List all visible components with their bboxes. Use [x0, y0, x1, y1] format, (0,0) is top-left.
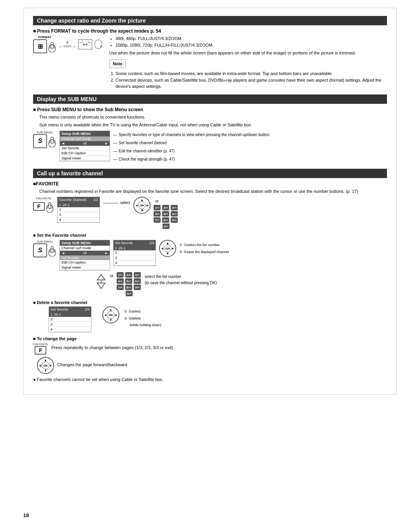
num-btn-6[interactable]: 6ch — [171, 211, 178, 217]
bottom-note-text: ● Favorite channels cannot be set when u… — [33, 377, 163, 382]
select-arrow: ———— select — [103, 201, 130, 205]
page-container: Change aspect ratio and Zoom the picture… — [23, 8, 397, 395]
ok-btn-change-page[interactable]: ◄► ▲▼ OK — [37, 357, 54, 374]
del-fav-row-1: 1 26-1 — [49, 312, 91, 317]
del-fav-row-3: 3 — [49, 322, 91, 327]
num-btn-8[interactable]: 8ch — [162, 217, 169, 223]
set-fav-menu-row-edit: Edit CH caption — [60, 260, 110, 265]
hand-icon-sub — [48, 135, 56, 147]
sf-btn-7[interactable]: 7ch — [117, 285, 124, 290]
menu-row-signal: Signal meter — [60, 156, 110, 161]
ann-line-3: — Edit the channel identifier (p. 47) — [113, 148, 270, 155]
ok-circle-set-fav[interactable]: ◄► ▲▼ OK — [159, 240, 176, 257]
svg-rect-13 — [51, 246, 53, 253]
del-fav-header: Set favorite 1/3 — [49, 307, 91, 312]
set-fav-row: SUB MENU S Setup SUB MENU Channe — [33, 240, 387, 271]
ok-btn-set-fav[interactable]: ◄► ▲▼ OK — [159, 240, 176, 257]
del-fav-steps: ① ①select ② ②delete (while holding down) — [124, 308, 161, 328]
ann-line-2: — Set favorite channel (below) — [113, 140, 270, 147]
svg-marker-16 — [97, 274, 105, 280]
ok-btn-del-fav[interactable]: ◄► ▲▼ OK — [102, 306, 119, 323]
ok-circle-cp[interactable]: ◄► ▲▼ OK — [37, 357, 54, 374]
sub-icon: S — [33, 134, 47, 148]
delete-fav-table: Set favorite 1/3 1 26-1 2 3 — [49, 306, 91, 332]
set-fav-fav-table: Set favorite 1/3 1 26-1 2 3 4 — [113, 240, 156, 266]
num-grid-set-fav: 1ch 2ch 3ch 4ch 5ch 6ch 7ch 8ch 9ch — [117, 272, 142, 290]
fav-row-2: 2 — [58, 207, 100, 212]
ud-arrows-sf: ▲▼ — [160, 241, 175, 256]
sf-btn-1[interactable]: 1ch — [117, 272, 124, 278]
num-btn-9[interactable]: 9ch — [171, 217, 178, 223]
hand-icon — [48, 40, 56, 52]
sf-btn-0[interactable]: 0ch — [126, 291, 133, 296]
f-icon: F — [33, 202, 45, 211]
use-text: Use when the picture does not fill the w… — [109, 50, 387, 56]
num-btn-3[interactable]: 3ch — [171, 205, 178, 210]
select-line: ———— select — [103, 201, 130, 205]
section-title-aspect: Change aspect ratio and Zoom the picture — [37, 17, 146, 24]
ok-btn-fav[interactable]: ◄► ▲▼ OK — [133, 197, 150, 214]
set-fav-row-2: 2 — [114, 250, 156, 255]
select-list-notes: select the list number (to save the chan… — [145, 274, 217, 286]
sub-icon-hand: S — [33, 134, 56, 148]
note-list: Some content, such as film-based movies,… — [109, 70, 387, 90]
delete-fav-title: ■ Delete a favorite channel — [33, 300, 387, 305]
fav-row-1: 1 26-1 — [58, 203, 100, 207]
ok-circle[interactable]: ◄► ▲▼ OK — [133, 197, 150, 214]
menu-row-all: ◄All► — [60, 141, 110, 146]
note-area: Note Some content, such as film-based mo… — [109, 58, 387, 90]
num-btn-1[interactable]: 1ch — [154, 205, 161, 210]
favorite-subsection: ■FAVORITE Channel numbers registered in … — [33, 181, 387, 229]
change-page-row2: ◄► ▲▼ OK Changes the page forward/backwa… — [33, 357, 387, 374]
format-text-area: 480i, 480p: FULL/JUST/4:3/ZOOM 1080p, 10… — [109, 35, 387, 90]
format-icon: ⊞ — [33, 39, 47, 53]
note-item: Some content, such as film-based movies,… — [116, 70, 387, 77]
sf-btn-4[interactable]: 4ch — [117, 278, 124, 284]
set-fav-icon-group: SUB MENU S — [33, 240, 56, 257]
fav-icon-hand: F — [33, 200, 54, 213]
sf-btn-8[interactable]: 8ch — [125, 285, 132, 290]
subsection-sub-menu-title: ■ Press SUB MENU to show the Sub Menu sc… — [33, 107, 387, 112]
num-btn-2[interactable]: 2ch — [162, 205, 169, 210]
fav-channels-table: Favorite channels 1/3 1 26-1 2 3 4 — [57, 197, 100, 223]
subsection-format-title: ■ Press FORMAT to cycle through the aspe… — [33, 28, 387, 34]
fav-row-4: 4 — [58, 217, 100, 222]
num-btn-4[interactable]: 4ch — [154, 211, 161, 217]
screen-oval: 3 — [94, 40, 102, 49]
section-sub-menu: Display the SUB MENU ■ Press SUB MENU to… — [33, 94, 387, 164]
section-header-sub-menu: Display the SUB MENU — [33, 94, 387, 104]
del-step2: ② ②delete — [124, 315, 161, 322]
num-grid-fav: 1ch 2ch 3ch 4ch 5ch 6ch 7ch 8ch 9ch — [154, 205, 178, 223]
delete-fav-table-wrap: Set favorite 1/3 1 26-1 2 3 — [49, 306, 91, 332]
section-favorite: Call up a favorite channel ■FAVORITE Cha… — [33, 169, 387, 382]
ok-circle-del[interactable]: ◄► ▲▼ OK — [102, 306, 119, 323]
set-fav-menu-row-surf: Channel surf mode — [60, 246, 110, 251]
sf-btn-2[interactable]: 2ch — [125, 272, 132, 278]
section-title-sub-menu: Display the SUB MENU — [37, 96, 96, 102]
ann-line-1: — Specify favorites or type of channels … — [113, 131, 270, 138]
sub-menu-desc1: This menu consists of shortcuts to conve… — [39, 114, 387, 121]
sf-btn-5[interactable]: 5ch — [125, 278, 132, 284]
change-page-row1: FAVORITE F Press repeatedly to change be… — [33, 343, 387, 355]
set-fav-menu-table: Setup SUB MENU Channel surf mode ◄All► S… — [60, 240, 110, 271]
svg-rect-9 — [49, 203, 51, 209]
sub-menu-table: Setup SUB MENU Channel surf mode ◄All► S… — [60, 131, 110, 161]
sf-btn-6[interactable]: 6ch — [134, 278, 141, 284]
hand-icon-fav — [46, 200, 54, 213]
num-btn-0[interactable]: 0ch — [163, 224, 170, 229]
or-text-area: or — [110, 274, 114, 278]
ok-desc-text: Changes the page forward/backward — [57, 362, 127, 368]
sf-btn-3[interactable]: 3ch — [134, 272, 141, 278]
note-label: Note — [109, 59, 126, 68]
svg-rect-1 — [51, 42, 53, 49]
menu-row-edit-ch: Edit CH caption — [60, 151, 110, 156]
num-btn-5[interactable]: 5ch — [162, 211, 169, 217]
subsection-sub-menu: ■ Press SUB MENU to show the Sub Menu sc… — [33, 107, 387, 164]
del-fav-row-2: 2 — [49, 317, 91, 322]
ud-arrows: ▲▼ — [134, 197, 150, 213]
num-btn-7[interactable]: 7ch — [154, 217, 161, 223]
bullet-item: 480i, 480p: FULL/JUST/4:3/ZOOM — [116, 35, 387, 42]
or-num-row: or 1ch 2ch 3ch 4ch 5ch 6ch 7ch 8ch 9ch — [95, 272, 387, 296]
change-page-desc: Press repeatedly to change between pages… — [51, 344, 173, 351]
sf-btn-9[interactable]: 9ch — [134, 285, 141, 290]
